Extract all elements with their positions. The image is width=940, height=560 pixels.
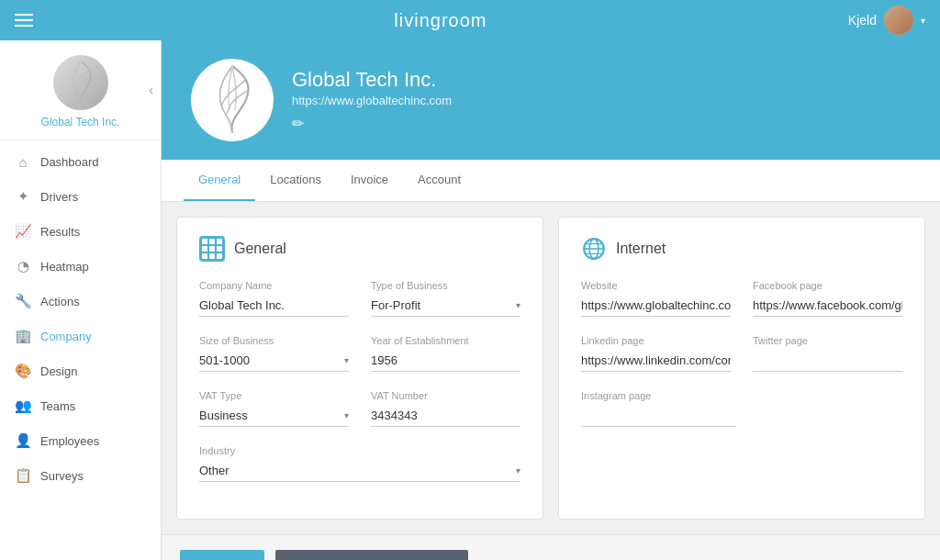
profile-info: Global Tech Inc. https://www.globaltechi… <box>292 68 452 132</box>
avatar[interactable] <box>884 6 913 35</box>
general-card-title: General <box>199 236 520 262</box>
field-website: Website <box>581 280 731 317</box>
instagram-input[interactable] <box>581 405 735 427</box>
sidebar-company-name: Global Tech Inc. <box>41 116 120 129</box>
edit-profile-button[interactable]: ✏ <box>292 115 452 132</box>
year-input[interactable] <box>371 350 520 372</box>
tab-general[interactable]: General <box>184 160 255 201</box>
sidebar-item-results[interactable]: 📈 Results <box>0 214 161 249</box>
topbar: livingroom Kjeld ▾ <box>0 0 940 40</box>
user-name: Kjeld <box>848 13 877 28</box>
vat-type-arrow: ▾ <box>344 410 349 420</box>
sidebar-item-drivers[interactable]: ✦ Drivers <box>0 179 161 214</box>
topbar-right: Kjeld ▾ <box>848 6 925 35</box>
sidebar-label-design: Design <box>40 364 77 378</box>
company-name-input[interactable] <box>199 295 349 317</box>
field-industry: Industry Other Technology Finance Health… <box>199 445 520 482</box>
sidebar: Global Tech Inc. ‹ ⌂ Dashboard ✦ Drivers… <box>0 40 162 560</box>
company-logo <box>53 55 108 110</box>
field-instagram: Instagram page <box>581 390 735 427</box>
wrench-icon: 🔧 <box>15 293 31 309</box>
field-vat-type: VAT Type Business Personal Other ▾ <box>199 390 349 427</box>
sidebar-item-heatmap[interactable]: ◔ Heatmap <box>0 249 161 284</box>
vat-type-select[interactable]: Business Personal Other <box>199 405 344 426</box>
type-of-business-arrow: ▾ <box>516 300 520 310</box>
row-company-type: Company Name Type of Business For-Profit… <box>199 280 520 317</box>
steering-icon: ✦ <box>15 188 31 205</box>
app-title: livingroom <box>33 10 848 31</box>
sidebar-label-results: Results <box>40 225 80 239</box>
facebook-label: Facebook page <box>753 280 902 291</box>
form-area: General Company Name Type of Business Fo… <box>162 202 940 534</box>
sidebar-label-employees: Employees <box>40 434 99 448</box>
website-input[interactable] <box>581 295 731 317</box>
tab-account[interactable]: Account <box>403 160 476 201</box>
internet-card: Internet Website Facebook page Linkedin … <box>558 217 925 520</box>
company-name-label: Company Name <box>199 280 349 291</box>
general-card: General Company Name Type of Business Fo… <box>176 217 543 520</box>
sidebar-item-surveys[interactable]: 📋 Surveys <box>0 458 161 493</box>
save-button[interactable]: SAVE <box>180 550 264 560</box>
globe-icon <box>581 236 607 262</box>
type-of-business-wrap: For-Profit Non-Profit Government Other ▾ <box>371 295 520 317</box>
sidebar-item-company[interactable]: 🏢 Company <box>0 319 161 353</box>
house-icon: ⌂ <box>15 153 31 170</box>
menu-button[interactable] <box>15 14 33 27</box>
tab-invoice[interactable]: Invoice <box>336 160 403 201</box>
sidebar-item-design[interactable]: 🎨 Design <box>0 353 161 388</box>
topbar-left <box>15 14 33 27</box>
field-twitter: Twitter page <box>753 335 902 372</box>
field-type-of-business: Type of Business For-Profit Non-Profit G… <box>371 280 520 317</box>
industry-select[interactable]: Other Technology Finance Healthcare Educ… <box>199 460 516 481</box>
sidebar-item-actions[interactable]: 🔧 Actions <box>0 284 161 319</box>
sidebar-item-teams[interactable]: 👥 Teams <box>0 388 161 423</box>
sidebar-label-actions: Actions <box>40 295 80 308</box>
main-layout: Global Tech Inc. ‹ ⌂ Dashboard ✦ Drivers… <box>0 40 940 560</box>
people-icon: 👥 <box>15 398 31 414</box>
field-facebook: Facebook page <box>753 280 902 317</box>
internet-title-text: Internet <box>616 241 666 257</box>
profile-logo <box>191 59 274 141</box>
size-arrow: ▾ <box>344 355 349 365</box>
sidebar-label-teams: Teams <box>40 399 75 413</box>
industry-arrow: ▾ <box>516 465 520 476</box>
sidebar-item-employees[interactable]: 👤 Employees <box>0 423 161 458</box>
wizard-button[interactable]: RETURN BACK TO WIZARD <box>275 550 467 560</box>
user-dropdown-arrow[interactable]: ▾ <box>921 16 925 26</box>
row-linkedin-twitter: Linkedin page Twitter page <box>581 335 902 372</box>
industry-label: Industry <box>199 445 520 456</box>
sidebar-label-dashboard: Dashboard <box>40 155 99 169</box>
sidebar-logo: Global Tech Inc. ‹ <box>0 40 161 140</box>
twitter-input[interactable] <box>753 350 902 372</box>
row-website-facebook: Website Facebook page <box>581 280 902 317</box>
sidebar-collapse-button[interactable]: ‹ <box>149 83 153 97</box>
vat-number-input[interactable] <box>371 405 520 427</box>
size-select[interactable]: 501-1000 1-10 11-50 51-100 101-500 1001+ <box>199 350 344 371</box>
instagram-label: Instagram page <box>581 390 735 401</box>
internet-card-title: Internet <box>581 236 902 262</box>
field-company-name: Company Name <box>199 280 349 317</box>
field-year-established: Year of Establishment <box>371 335 520 372</box>
field-vat-number: VAT Number <box>371 390 520 427</box>
grid-icon <box>199 236 225 262</box>
content-area: Global Tech Inc. https://www.globaltechi… <box>162 40 940 560</box>
person-icon: 👤 <box>15 432 31 449</box>
building-icon: 🏢 <box>15 328 31 344</box>
facebook-input[interactable] <box>753 295 902 317</box>
bottom-bar: SAVE RETURN BACK TO WIZARD <box>162 534 940 560</box>
twitter-label: Twitter page <box>753 335 902 346</box>
tab-locations[interactable]: Locations <box>255 160 336 201</box>
tabs-bar: General Locations Invoice Account <box>162 160 940 202</box>
sidebar-label-heatmap: Heatmap <box>40 260 89 274</box>
profile-website: https://www.globaltechinc.com <box>292 94 452 107</box>
chart-icon: 📈 <box>15 223 31 240</box>
linkedin-input[interactable] <box>581 350 731 372</box>
sidebar-nav: ⌂ Dashboard ✦ Drivers 📈 Results ◔ Heatma… <box>0 140 161 560</box>
sidebar-item-dashboard[interactable]: ⌂ Dashboard <box>0 144 161 179</box>
profile-header: Global Tech Inc. https://www.globaltechi… <box>162 40 940 160</box>
sidebar-label-surveys: Surveys <box>40 469 84 483</box>
profile-company-name: Global Tech Inc. <box>292 68 452 92</box>
size-label: Size of Business <box>199 335 349 346</box>
type-of-business-select[interactable]: For-Profit Non-Profit Government Other <box>371 295 516 316</box>
clipboard-icon: 📋 <box>15 467 31 484</box>
